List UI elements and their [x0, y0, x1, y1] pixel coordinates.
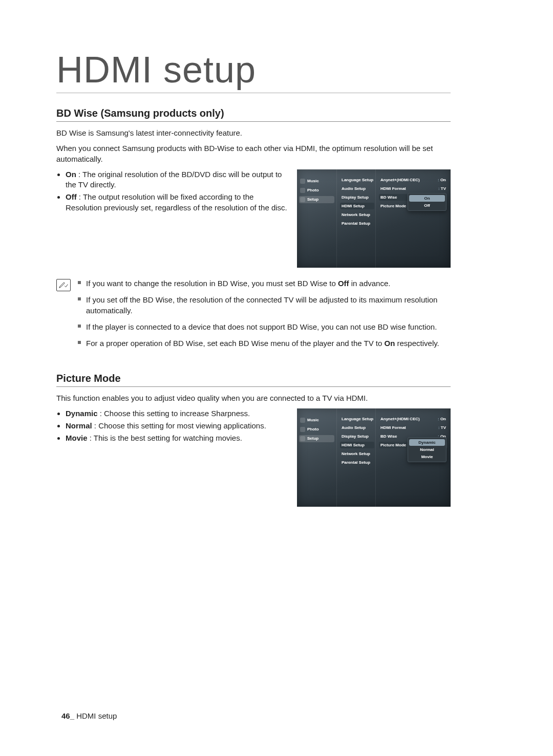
gear-icon: [300, 436, 305, 441]
osd-r-anynet: Anynet+(HDMI CEC)On: [379, 177, 448, 183]
osd-left-nav: Music Photo Setup: [297, 169, 337, 268]
osd-mid-language: Language Setup: [340, 177, 374, 183]
page-footer: 46_ HDMI setup: [61, 711, 117, 720]
osd2-opt-normal: Normal: [409, 446, 445, 453]
osd2-dropdown-picture: Dynamic Normal Movie: [408, 437, 446, 462]
osd2-nav-music: Music: [299, 417, 334, 424]
osd-opt-off: Off: [409, 202, 445, 209]
osd-opt-on: On: [409, 195, 445, 202]
note-3: If the player is connected to a device t…: [86, 321, 451, 333]
osd-r-hdmifmt: HDMI FormatTV: [379, 185, 448, 192]
pencil-check-icon: [59, 282, 68, 289]
note-block-bdwise: If you want to change the resolution in …: [56, 278, 451, 354]
bdwise-bullet-on: On : The original resolution of the BD/D…: [66, 169, 291, 190]
note-2: If you set off the BD Wise, the resoluti…: [86, 294, 451, 317]
osd2-r-anynet: Anynet+(HDMI CEC)On: [379, 416, 448, 422]
heading-bdwise: BD Wise (Samsung products only): [56, 107, 451, 122]
picture-bullets: Dynamic : Choose this setting to increas…: [56, 408, 291, 444]
osd-nav-music: Music: [299, 178, 334, 185]
page-title: HDMI setup: [56, 49, 451, 93]
osd2-mid-audio: Audio Setup: [340, 424, 374, 431]
photo-icon: [300, 427, 305, 432]
osd-picturemode: Music Photo Setup Language Setup Audio S…: [297, 408, 451, 507]
osd-mid-display: Display Setup: [340, 194, 374, 201]
osd2-nav-photo: Photo: [299, 426, 334, 433]
osd-mid-menu: Language Setup Audio Setup Display Setup…: [337, 169, 376, 268]
manual-page: HDMI setup BD Wise (Samsung products onl…: [0, 0, 553, 756]
osd2-mid-menu: Language Setup Audio Setup Display Setup…: [337, 408, 376, 507]
osd2-mid-display: Display Setup: [340, 433, 374, 440]
osd-mid-hdmi: HDMI Setup: [340, 203, 374, 209]
osd2-r-hdmifmt: HDMI FormatTV: [379, 424, 448, 431]
page-number: 46_: [61, 711, 74, 720]
photo-icon: [300, 188, 305, 193]
osd2-mid-language: Language Setup: [340, 416, 374, 422]
osd-mid-network: Network Setup: [340, 211, 374, 218]
osd-nav-photo: Photo: [299, 187, 334, 194]
osd-dropdown-bdwise: On Off: [408, 193, 446, 211]
footer-section-name: HDMI setup: [76, 711, 117, 720]
note-icon: [56, 279, 71, 291]
note-1: If you want to change the resolution in …: [86, 278, 451, 289]
osd2-mid-parental: Parental Setup: [340, 459, 374, 466]
osd2-mid-network: Network Setup: [340, 450, 374, 457]
picturemode-row: Dynamic : Choose this setting to increas…: [56, 408, 451, 507]
osd-mid-parental: Parental Setup: [340, 220, 374, 227]
picture-intro: This function enables you to adjust vide…: [56, 393, 451, 403]
bdwise-bullet-off: Off : The output resolution will be fixe…: [66, 192, 291, 213]
bdwise-row: On : The original resolution of the BD/D…: [56, 169, 451, 268]
music-icon: [300, 179, 305, 184]
bdwise-bullets: On : The original resolution of the BD/D…: [56, 169, 291, 213]
picture-movie: Movie : This is the best setting for wat…: [66, 433, 291, 443]
osd-bdwise: Music Photo Setup Language Setup Audio S…: [297, 169, 451, 268]
heading-picturemode: Picture Mode: [56, 373, 451, 387]
bdwise-intro-2: When you connect Samsung products with B…: [56, 143, 451, 164]
osd2-opt-movie: Movie: [409, 453, 445, 460]
picture-normal: Normal : Choose this setting for most vi…: [66, 421, 291, 431]
osd2-mid-hdmi: HDMI Setup: [340, 442, 374, 448]
osd-left-nav-2: Music Photo Setup: [297, 408, 337, 507]
osd2-right: Anynet+(HDMI CEC)On HDMI FormatTV BD Wis…: [376, 408, 451, 507]
osd2-opt-dynamic: Dynamic: [409, 439, 445, 446]
music-icon: [300, 418, 305, 423]
osd-mid-audio: Audio Setup: [340, 185, 374, 192]
bdwise-intro-1: BD Wise is Samsung's latest inter-connec…: [56, 128, 451, 138]
osd-nav-setup: Setup: [299, 196, 334, 203]
osd-right-bdwise: Anynet+(HDMI CEC)On HDMI FormatTV BD Wis…: [376, 169, 451, 268]
osd2-nav-setup: Setup: [299, 435, 334, 442]
picture-dynamic: Dynamic : Choose this setting to increas…: [66, 408, 291, 419]
note-list: If you want to change the resolution in …: [77, 278, 451, 354]
note-4: For a proper operation of BD Wise, set e…: [86, 338, 451, 349]
gear-icon: [300, 197, 305, 202]
